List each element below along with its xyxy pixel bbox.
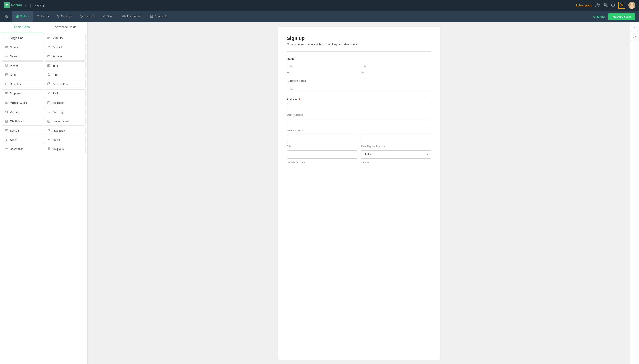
- svg-point-5: [604, 3, 606, 5]
- field-item-multiple-choice[interactable]: Multiple Choice: [2, 99, 43, 107]
- field-item-currency[interactable]: $ Currency: [44, 108, 86, 116]
- field-item-website[interactable]: Website: [2, 108, 43, 116]
- number-label: Number: [10, 46, 20, 49]
- name-label: Name: [287, 57, 431, 60]
- field-item-description[interactable]: Description: [2, 145, 43, 153]
- field-group-address: Address ★ Street Address Address Line 2: [287, 98, 431, 164]
- app-logo: Forms: [4, 2, 22, 8]
- street-address-input[interactable]: [287, 103, 431, 111]
- field-item-slider[interactable]: Slider: [2, 136, 43, 144]
- nav-share[interactable]: Share: [99, 11, 119, 22]
- last-name-input[interactable]: [369, 65, 428, 68]
- nav-rules[interactable]: Rules: [33, 11, 53, 22]
- file-upload-icon: [5, 120, 8, 123]
- svg-rect-40: [48, 64, 50, 66]
- decision-box-label: Decision Box: [52, 83, 68, 86]
- field-item-radio[interactable]: Radio: [44, 89, 86, 98]
- field-item-date-time[interactable]: Date-Time: [2, 80, 43, 88]
- nav-themes[interactable]: Themes: [76, 11, 99, 22]
- form-name: Sign up: [35, 4, 45, 7]
- required-indicator: ★: [298, 98, 301, 101]
- svg-point-6: [606, 3, 607, 5]
- state-input[interactable]: [361, 134, 431, 143]
- radio-label: Radio: [52, 92, 59, 95]
- field-item-decimal[interactable]: .00 Decimal: [44, 43, 86, 51]
- field-item-file-upload[interactable]: File Upload: [2, 117, 43, 126]
- nav-integrations[interactable]: Integrations: [119, 11, 146, 22]
- date-time-icon: [5, 82, 8, 86]
- svg-line-25: [103, 15, 105, 16]
- zip-country-labels-row: Postal / Zip Code Country: [287, 160, 431, 164]
- description-label: Description: [10, 148, 23, 150]
- first-name-input[interactable]: [295, 65, 354, 68]
- email-input-wrap[interactable]: [287, 85, 431, 92]
- main-layout: Basic Fields Advanced Fields Single Line…: [0, 22, 639, 364]
- svg-rect-50: [5, 92, 8, 94]
- bell-icon[interactable]: [611, 3, 615, 8]
- page-break-icon: [47, 129, 51, 132]
- email-input[interactable]: [295, 87, 428, 90]
- svg-rect-41: [5, 74, 8, 76]
- country-select[interactable]: -Select-: [361, 150, 431, 158]
- currency-label: Currency: [52, 110, 63, 114]
- nav-home[interactable]: [0, 11, 12, 22]
- field-item-decision-box[interactable]: Decision Box: [44, 80, 86, 88]
- zip-label: Postal / Zip Code: [287, 161, 357, 164]
- rating-icon: [47, 138, 51, 142]
- tab-advanced-fields[interactable]: Advanced Fields: [44, 22, 87, 32]
- country-select-wrap: -Select- ▾: [361, 150, 431, 158]
- address-label: Address ★: [287, 98, 431, 101]
- person-icon-last: [364, 64, 367, 68]
- field-item-single-line[interactable]: Single Line: [2, 34, 43, 42]
- nav-approvals[interactable]: Approvals: [146, 11, 171, 22]
- email-label: Business Email: [287, 79, 431, 82]
- field-item-phone[interactable]: Phone: [2, 62, 43, 70]
- field-item-section[interactable]: Section: [2, 126, 43, 135]
- zip-input[interactable]: [287, 150, 357, 158]
- field-item-number[interactable]: 123 Number: [2, 43, 43, 51]
- svg-rect-13: [16, 15, 17, 16]
- side-panel-expand-btn[interactable]: [631, 25, 638, 32]
- field-item-date[interactable]: Date: [2, 71, 43, 79]
- access-form-button[interactable]: Access Form: [608, 13, 635, 20]
- field-item-checkbox[interactable]: Checkbox: [44, 99, 86, 107]
- field-item-time[interactable]: Time: [44, 71, 86, 79]
- section-label: Section: [10, 129, 19, 132]
- nav-settings-label: Settings: [61, 14, 72, 18]
- subscription-link[interactable]: Subscription: [575, 4, 591, 7]
- nav-themes-label: Themes: [84, 14, 95, 18]
- field-item-rating[interactable]: Rating: [44, 136, 86, 144]
- side-panel-code-btn[interactable]: [631, 34, 638, 41]
- navbar: Builder Rules Settings Themes Share Inte…: [0, 11, 639, 22]
- svg-point-23: [105, 17, 105, 17]
- svg-point-84: [365, 65, 366, 66]
- all-entries-link[interactable]: All Entries: [593, 15, 606, 18]
- tab-basic-fields[interactable]: Basic Fields: [0, 22, 44, 32]
- field-item-unique-id[interactable]: Unique ID: [44, 145, 86, 153]
- upgrade-users-icon[interactable]: [595, 3, 600, 8]
- nav-builder[interactable]: Builder: [12, 11, 33, 22]
- svg-point-10: [630, 3, 633, 6]
- field-item-dropdown[interactable]: Dropdown: [2, 89, 43, 98]
- svg-rect-85: [290, 87, 293, 89]
- last-name-input-wrap[interactable]: [361, 62, 431, 70]
- nav-integrations-label: Integrations: [127, 14, 142, 18]
- field-item-email[interactable]: Email: [44, 62, 86, 70]
- app-dropdown-chevron[interactable]: ▾: [25, 4, 27, 7]
- address2-input[interactable]: [287, 119, 431, 127]
- avatar[interactable]: [628, 2, 635, 9]
- field-item-page-break[interactable]: Page Break: [44, 126, 86, 135]
- field-item-multi-line[interactable]: Multi Line: [44, 34, 86, 42]
- team-icon[interactable]: [603, 3, 608, 8]
- date-icon: [5, 73, 8, 77]
- nav-settings[interactable]: Settings: [53, 11, 76, 22]
- field-item-name[interactable]: Name: [2, 52, 43, 60]
- first-name-input-wrap[interactable]: [287, 62, 357, 70]
- svg-point-75: [6, 140, 7, 140]
- field-item-address[interactable]: Address: [44, 52, 86, 60]
- city-input[interactable]: [287, 134, 357, 143]
- tool-icon[interactable]: [618, 2, 625, 9]
- svg-point-83: [291, 65, 292, 66]
- field-item-image-upload[interactable]: Image Upload: [44, 117, 86, 126]
- svg-rect-37: [48, 56, 50, 57]
